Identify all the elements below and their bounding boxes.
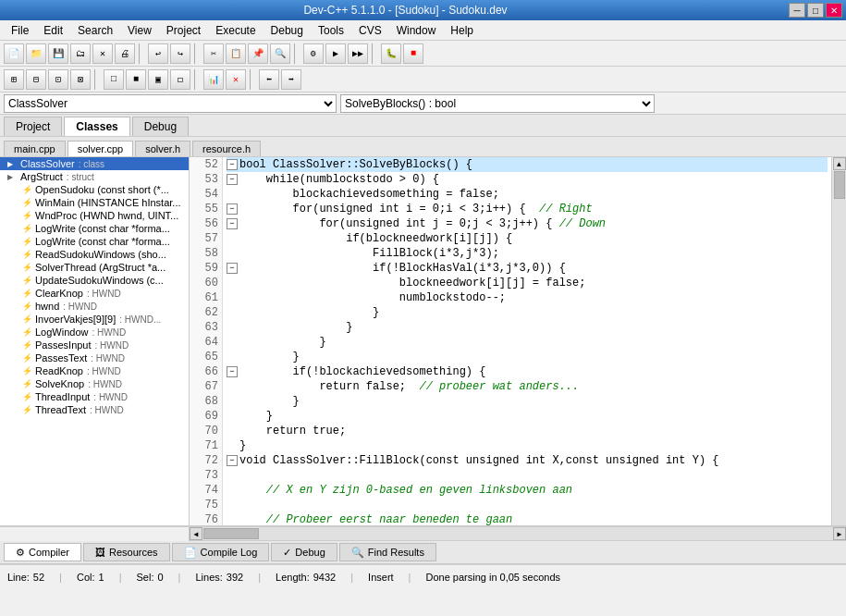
tree-item-18[interactable]: ⚡ThreadInput : HWND [0, 390, 189, 403]
tb2-btn9[interactable]: 📊 [203, 69, 224, 90]
scroll-thumb[interactable] [834, 171, 845, 199]
compile-run-button[interactable]: ▶▶ [348, 43, 368, 64]
tree-item-12[interactable]: ⚡InvoerVakjes[9][9] : HWND... [0, 313, 189, 326]
panel-tab-debug[interactable]: Debug [132, 117, 189, 136]
find-button[interactable]: 🔍 [270, 43, 290, 64]
tb2-btn7[interactable]: ▣ [148, 69, 168, 90]
bottom-tab-debug[interactable]: ✓Debug [271, 543, 337, 561]
close-file-button[interactable]: ✕ [92, 43, 113, 64]
tree-label-12: InvoerVakjes[9][9] [35, 314, 116, 325]
hscrollbar[interactable]: ◀ ▶ [190, 526, 846, 540]
cut-button[interactable]: ✂ [203, 43, 224, 64]
code-text-68: } [239, 394, 300, 409]
bottom-tab-compiler[interactable]: ⚙Compiler [4, 543, 81, 561]
save-button[interactable]: 💾 [48, 43, 68, 64]
file-tab-main-cpp[interactable]: main.cpp [4, 141, 66, 156]
tb2-btn3[interactable]: ⊡ [48, 69, 68, 90]
menu-item-execute[interactable]: Execute [208, 22, 263, 39]
scroll-up-arrow[interactable]: ▲ [833, 157, 846, 170]
undo-button[interactable]: ↩ [148, 43, 168, 64]
tb2-btn5[interactable]: □ [104, 69, 124, 90]
tb2-btn2[interactable]: ⊟ [26, 69, 46, 90]
tree-item-2[interactable]: ⚡OpenSudoku (const short (*... [0, 183, 189, 196]
minimize-button[interactable]: ─ [789, 3, 805, 18]
hscroll-track[interactable] [202, 527, 833, 540]
debug-button[interactable]: 🐛 [381, 43, 401, 64]
open-button[interactable]: 📁 [26, 43, 46, 64]
menu-item-view[interactable]: View [120, 22, 159, 39]
tb2-btn6[interactable]: ■ [126, 69, 146, 90]
tb2-btn1[interactable]: ⊞ [4, 69, 24, 90]
collapse-btn-56[interactable]: − [227, 218, 238, 229]
file-tab-solver-h[interactable]: solver.h [135, 141, 190, 156]
tree-item-16[interactable]: ⚡ReadKnop : HWND [0, 364, 189, 377]
collapse-btn-66[interactable]: − [227, 366, 238, 377]
close-button[interactable]: ✕ [826, 3, 842, 18]
file-tab-solver-cpp[interactable]: solver.cpp [67, 141, 134, 156]
bottom-tab-resources[interactable]: 🖼Resources [83, 543, 170, 561]
vertical-scrollbar[interactable]: ▲ ▼ [831, 157, 846, 525]
tree-item-9[interactable]: ⚡UpdateSudokuWindows (c... [0, 274, 189, 287]
redo-button[interactable]: ↪ [170, 43, 190, 64]
tb2-btn11[interactable]: ⬅ [259, 69, 279, 90]
file-tab-resource-h[interactable]: resource.h [192, 141, 261, 156]
tree-item-17[interactable]: ⚡SolveKnop : HWND [0, 377, 189, 390]
menu-item-search[interactable]: Search [70, 22, 120, 39]
maximize-button[interactable]: □ [807, 3, 824, 18]
paste-button[interactable]: 📌 [248, 43, 268, 64]
panel-tab-classes[interactable]: Classes [64, 117, 129, 136]
collapse-btn-59[interactable]: − [227, 263, 238, 274]
tb2-btn12[interactable]: ➡ [281, 69, 301, 90]
collapse-btn-53[interactable]: − [227, 174, 238, 185]
tree-item-1[interactable]: ▶ArgStruct : struct [0, 170, 189, 183]
tree-item-3[interactable]: ⚡WinMain (HINSTANCE hInstar... [0, 196, 189, 209]
tree-item-7[interactable]: ⚡ReadSudokuWindows (sho... [0, 248, 189, 261]
bottom-tab-compile-log[interactable]: 📄Compile Log [172, 543, 270, 561]
tree-item-6[interactable]: ⚡LogWrite (const char *forma... [0, 235, 189, 248]
tree-item-13[interactable]: ⚡LogWindow : HWND [0, 326, 189, 339]
tree-item-15[interactable]: ⚡PassesText : HWND [0, 351, 189, 364]
code-panel[interactable]: 5253545556575859606162636465666768697071… [190, 157, 846, 525]
collapse-btn-72[interactable]: − [227, 455, 238, 466]
method-dropdown[interactable]: SolveByBlocks() : bool [340, 94, 655, 113]
tb2-btn8[interactable]: ◻ [170, 69, 190, 90]
hscroll-thumb[interactable] [203, 528, 259, 539]
bottom-tab-find-results[interactable]: 🔍Find Results [339, 543, 436, 561]
tree-item-14[interactable]: ⚡PassesInput : HWND [0, 339, 189, 351]
status-message-value: Done parsing in 0,05 seconds [425, 572, 560, 583]
tb2-btn4[interactable]: ⊠ [70, 69, 91, 90]
save-all-button[interactable]: 🗂 [70, 43, 91, 64]
class-dropdown[interactable]: ClassSolver [4, 94, 337, 113]
menu-item-file[interactable]: File [4, 22, 36, 39]
tree-item-8[interactable]: ⚡SolverThread (ArgStruct *a... [0, 261, 189, 274]
tree-item-10[interactable]: ⚡ClearKnop : HWND [0, 287, 189, 300]
tree-item-0[interactable]: ▶ClassSolver : class [0, 157, 189, 170]
menu-item-help[interactable]: Help [443, 22, 481, 39]
scroll-left-arrow[interactable]: ◀ [190, 527, 202, 540]
tree-item-19[interactable]: ⚡ThreadText : HWND [0, 403, 189, 416]
tree-item-5[interactable]: ⚡LogWrite (const char *forma... [0, 222, 189, 235]
menu-item-cvs[interactable]: CVS [351, 22, 389, 39]
collapse-btn-52[interactable]: − [227, 159, 238, 170]
menu-item-window[interactable]: Window [389, 22, 444, 39]
tree-member-icon: ⚡ [22, 340, 35, 350]
tb2-btn10[interactable]: ✕ [226, 69, 246, 90]
menu-item-project[interactable]: Project [159, 22, 208, 39]
stop-button[interactable]: ■ [403, 43, 423, 64]
panel-tab-project[interactable]: Project [4, 117, 62, 136]
scroll-right-arrow[interactable]: ▶ [833, 527, 846, 540]
copy-button[interactable]: 📋 [226, 43, 246, 64]
code-area[interactable]: −bool ClassSolver::SolveByBlocks() {− wh… [223, 157, 831, 525]
collapse-btn-55[interactable]: − [227, 203, 238, 215]
new-button[interactable]: 📄 [4, 43, 24, 64]
run-button[interactable]: ▶ [325, 43, 346, 64]
compile-button[interactable]: ⚙ [303, 43, 324, 64]
menu-item-edit[interactable]: Edit [36, 22, 70, 39]
tree-item-4[interactable]: ⚡WndProc (HWND hwnd, UINT... [0, 209, 189, 222]
tree-item-11[interactable]: ⚡hwnd : HWND [0, 300, 189, 313]
print-button[interactable]: 🖨 [115, 43, 135, 64]
menu-item-debug[interactable]: Debug [264, 22, 311, 39]
code-text-56: for(unsigned int j = 0;j < 3;j++) { // D… [239, 216, 606, 231]
scroll-track[interactable] [832, 170, 846, 525]
menu-item-tools[interactable]: Tools [311, 22, 351, 39]
